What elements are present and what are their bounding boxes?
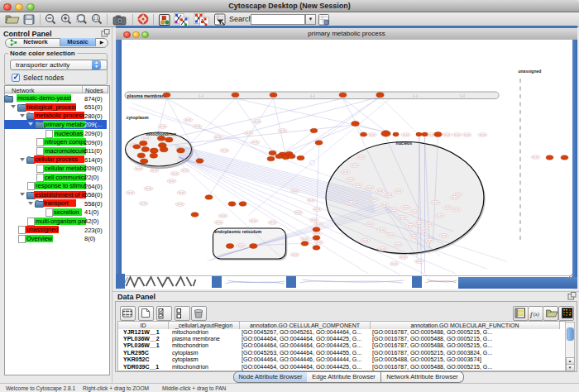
svg-text:xx-xx: xx-xx [254,120,260,123]
svg-text:endoplasmic reticulum: endoplasmic reticulum [214,229,261,234]
svg-text:xx-xx: xx-xx [427,239,433,242]
svg-text:xx-xx: xx-xx [416,221,422,224]
svg-text:xx-xx: xx-xx [380,247,385,251]
svg-text:mitochondrion: mitochondrion [146,131,175,136]
svg-text:xx-xx: xx-xx [220,214,226,218]
svg-text:xx-xx: xx-xx [355,184,361,187]
svg-text:xx-xx: xx-xx [316,222,322,226]
svg-text:xx-xx: xx-xx [437,214,443,218]
svg-text:xx-xx: xx-xx [295,211,301,214]
svg-text:xx-xx: xx-xx [395,243,401,246]
svg-text:xx-xx: xx-xx [358,155,364,159]
svg-text:1:1: 1:1 [93,17,99,21]
svg-text:xx-xx: xx-xx [311,218,317,222]
svg-text:xx-xx: xx-xx [177,203,183,206]
svg-text:cytoplasm: cytoplasm [126,115,148,120]
svg-text:xx-xx: xx-xx [428,133,434,136]
svg-text:xx-xx: xx-xx [386,194,392,197]
svg-text:xx-xx: xx-xx [400,256,406,259]
svg-text:plasma membrane: plasma membrane [127,93,166,98]
svg-text:xx-xx: xx-xx [445,206,451,209]
svg-text:xx-xx: xx-xx [342,170,348,174]
svg-text:xx-xx: xx-xx [216,221,222,224]
svg-text:xx-xx: xx-xx [151,169,157,172]
svg-text:xx-xx: xx-xx [395,189,401,193]
svg-text:xx-xx: xx-xx [314,208,320,211]
svg-text:xx-xx: xx-xx [316,241,322,244]
svg-text:xx-xx: xx-xx [412,210,418,213]
svg-text:xx-xx: xx-xx [292,253,298,256]
svg-text:xx-xx: xx-xx [182,169,188,172]
svg-text:xx-xx: xx-xx [141,202,146,205]
svg-text:xx-xx: xx-xx [302,237,308,241]
svg-text:xx-xx: xx-xx [185,118,191,122]
svg-text:xx-xx: xx-xx [252,141,258,144]
svg-text:xx-xx: xx-xx [179,191,184,194]
svg-text:xx-xx: xx-xx [367,222,373,226]
svg-text:xx-xx: xx-xx [403,133,409,136]
svg-text:xx-xx: xx-xx [246,131,251,135]
svg-text:[...]: [...] [310,94,314,98]
svg-text:unassigned: unassigned [518,69,541,74]
svg-text:xx-xx: xx-xx [400,216,405,219]
svg-text:xx-xx: xx-xx [146,187,151,190]
svg-text:xx-xx: xx-xx [314,232,320,235]
svg-text:xx-xx: xx-xx [280,129,285,132]
svg-text:xx-xx: xx-xx [381,203,387,207]
svg-text:xx-xx: xx-xx [533,155,538,159]
svg-text:xx-xx: xx-xx [251,219,256,222]
svg-text:xx-xx: xx-xx [377,189,383,193]
svg-text:xx-xx: xx-xx [408,224,414,227]
svg-text:nucleus: nucleus [395,141,412,146]
svg-text:xx-xx: xx-xx [292,189,298,193]
svg-text:xx-xx: xx-xx [480,133,486,136]
svg-text:xx-xx: xx-xx [444,133,450,136]
svg-text:xx-xx: xx-xx [379,228,385,232]
svg-text:xx-xx: xx-xx [136,167,141,170]
svg-text:xx-xx: xx-xx [403,206,409,209]
svg-text:xx-xx: xx-xx [411,235,417,238]
svg-text:xx-xx: xx-xx [454,133,460,136]
svg-text:xx-xx: xx-xx [388,233,394,237]
svg-text:xx-xx: xx-xx [433,201,438,204]
svg-text:xx-xx: xx-xx [371,198,377,201]
svg-text:xx-xx: xx-xx [309,198,314,202]
svg-text:xx-xx: xx-xx [464,133,470,136]
svg-text:xx-xx: xx-xx [369,133,375,136]
svg-text:[...]: [...] [460,94,464,98]
svg-text:xx-xx: xx-xx [194,125,200,128]
svg-text:xx-xx: xx-xx [453,208,459,211]
svg-text:xx-xx: xx-xx [420,228,426,232]
svg-text:xx-xx: xx-xx [366,186,372,189]
svg-text:xx-xx: xx-xx [238,244,244,247]
svg-text:xx-xx: xx-xx [172,172,178,175]
svg-text:xx-xx: xx-xx [169,179,175,183]
svg-text:xx-xx: xx-xx [222,149,227,152]
svg-text:xx-xx: xx-xx [391,208,397,211]
svg-text:xx-xx: xx-xx [347,178,353,181]
svg-text:xx-xx: xx-xx [362,239,368,242]
svg-text:[...]: [...] [413,94,417,98]
svg-text:xx-xx: xx-xx [452,196,457,199]
svg-text:xx-xx: xx-xx [348,201,354,204]
svg-text:xx-xx: xx-xx [416,260,422,263]
svg-text:xx-xx: xx-xx [441,234,447,237]
svg-text:xx-xx: xx-xx [352,164,357,167]
svg-text:xx-xx: xx-xx [270,221,275,224]
svg-text:xx-xx: xx-xx [215,136,221,139]
svg-text:(x): (x) [534,312,539,318]
svg-text:xx-xx: xx-xx [427,222,433,226]
svg-text:xx-xx: xx-xx [143,136,149,140]
svg-text:xx-xx: xx-xx [160,125,165,128]
svg-text:xx-xx: xx-xx [391,262,397,265]
svg-text:xx-xx: xx-xx [127,191,133,194]
svg-text:[...]: [...] [199,94,203,98]
